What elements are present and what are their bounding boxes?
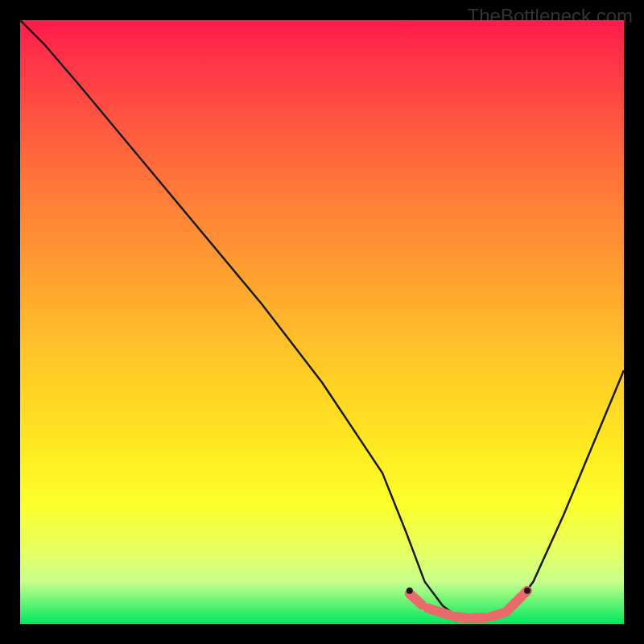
chart-frame: TheBottleneck.com: [0, 0, 644, 644]
left-dot: [407, 588, 413, 594]
right-dot: [524, 588, 530, 594]
dash-segment: [410, 594, 422, 605]
bottleneck-curve: [20, 20, 624, 621]
dash-segment: [427, 609, 448, 615]
flat-region-dashes: [410, 591, 527, 618]
dash-segment: [455, 617, 467, 618]
end-markers: [407, 588, 530, 594]
plot-area: [20, 20, 624, 624]
curve-layer: [20, 20, 624, 624]
dash-segment: [491, 613, 503, 617]
dash-segment: [506, 597, 522, 612]
